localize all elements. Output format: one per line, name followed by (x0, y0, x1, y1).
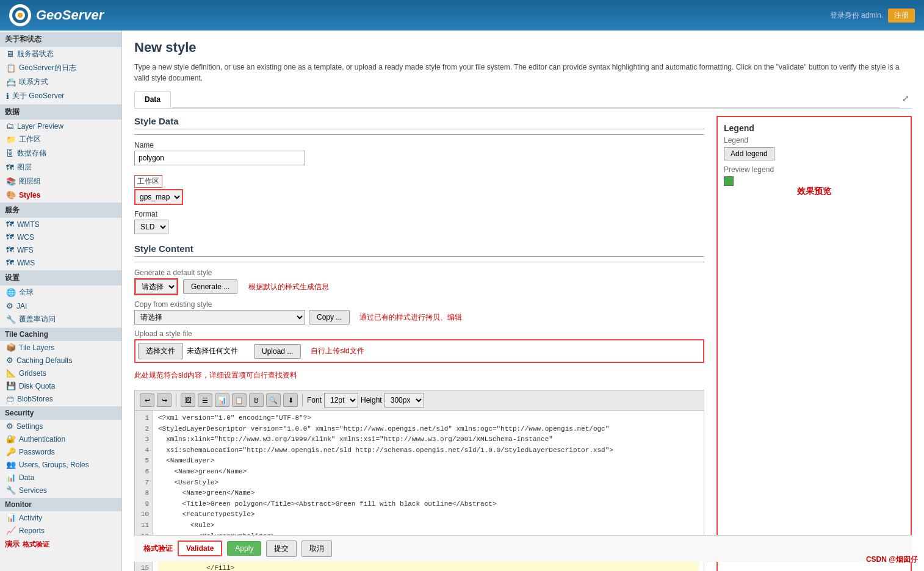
submit-button[interactable]: 提交 (266, 540, 297, 557)
activity-icon: 📊 (6, 513, 16, 522)
no-file-text: 未选择任何文件 (187, 346, 238, 356)
tab-bar: Data ⤢ (134, 91, 912, 109)
sidebar-item-data-security[interactable]: 📊 Data (0, 471, 121, 484)
sidebar-label-gridsets: Gridsets (19, 369, 46, 378)
sidebar-item-layer-preview[interactable]: 🗂 Layer Preview (0, 120, 121, 132)
choose-file-button[interactable]: 选择文件 (138, 343, 183, 359)
sidebar-item-contact[interactable]: 📇 联系方式 (0, 75, 121, 89)
generate-row: 请选择 Generate ... 根据默认的样式生成信息 (134, 278, 704, 295)
sidebar-item-security-settings[interactable]: ⚙ Settings (0, 420, 121, 433)
sidebar-item-passwords[interactable]: 🔑 Passwords (0, 445, 121, 458)
sidebar-label-contact: 联系方式 (19, 77, 48, 87)
tab-data[interactable]: Data (134, 91, 171, 108)
sidebar-item-wcs[interactable]: 🗺 WCS (0, 231, 121, 243)
header: GeoServer 登录身份 admin. 注册 (0, 0, 924, 31)
sidebar-section-data: 数据 (0, 104, 121, 120)
style-data-section-title: Style Data (134, 116, 704, 129)
sidebar-label-logs: GeoServer的日志 (19, 63, 76, 73)
sidebar-item-wms[interactable]: 🗺 WMS (0, 256, 121, 269)
workspace-select[interactable]: gps_map (134, 189, 183, 205)
sidebar-item-users-groups[interactable]: 👥 Users, Groups, Roles (0, 458, 121, 471)
sidebar-item-gridsets[interactable]: 📐 Gridsets (0, 367, 121, 379)
sidebar-item-wfs[interactable]: 🗺 WFS (0, 243, 121, 256)
style-content-title: Style Content (134, 243, 704, 257)
format-row: SLD (134, 220, 704, 234)
sidebar-item-server-status[interactable]: 🖥 服务器状态 (0, 47, 121, 61)
bold-button[interactable]: B (249, 393, 264, 407)
height-label: Height (361, 396, 382, 404)
name-input[interactable] (134, 151, 305, 165)
validate-button[interactable]: Validate (178, 541, 222, 557)
sidebar-item-layers[interactable]: 🗺 图层 (0, 160, 121, 174)
upload-button[interactable]: Upload ... (254, 344, 301, 359)
datastore-icon: 🗄 (6, 149, 14, 158)
users-icon: 👥 (6, 460, 16, 469)
format-validate-label: 格式验证 (23, 540, 49, 549)
sidebar-item-wmts[interactable]: 🗺 WMTS (0, 218, 121, 231)
validate-label: 格式验证 (143, 544, 173, 554)
format-label: Format (134, 210, 704, 218)
sidebar-item-caching-defaults[interactable]: ⚙ Caching Defaults (0, 354, 121, 367)
workspace-icon: 📁 (6, 135, 16, 144)
sidebar-label-layergroups: 图层组 (19, 176, 41, 187)
copy-select[interactable]: 请选择 (134, 310, 305, 325)
sidebar-item-workspace[interactable]: 📁 工作区 (0, 132, 121, 146)
layout: 关于和状态 🖥 服务器状态 📋 GeoServer的日志 📇 联系方式 ℹ 关于… (0, 31, 924, 571)
upload-annotation: 自行上传sld文件 (311, 346, 364, 356)
sidebar-item-jai[interactable]: ⚙ JAI (0, 300, 121, 312)
editor-toolbar: ↩ ↪ 🖼 ☰ 📊 📋 B 🔍 ⬇ Font 12pt10pt14pt (134, 390, 704, 410)
search-button[interactable]: 🔍 (266, 393, 281, 407)
copy-button[interactable]: Copy ... (309, 310, 350, 325)
expand-icon[interactable]: ⤢ (900, 91, 912, 108)
demo-section: 演示 格式验证 (0, 537, 121, 552)
redo-button[interactable]: ↪ (157, 393, 171, 407)
coverage-icon: 🔧 (6, 315, 16, 324)
sidebar-label-server: 服务器状态 (17, 49, 54, 59)
cancel-button[interactable]: 取消 (301, 540, 332, 557)
format-select[interactable]: SLD (134, 220, 168, 234)
generate-button[interactable]: Generate ... (183, 279, 237, 294)
sidebar-label-about: 关于 GeoServer (12, 91, 64, 101)
contact-icon: 📇 (6, 77, 16, 87)
copy-toolbar-button[interactable]: 📋 (232, 393, 247, 407)
sidebar-item-authentication[interactable]: 🔐 Authentication (0, 433, 121, 445)
authentication-icon: 🔐 (6, 434, 16, 444)
image-button[interactable]: 🖼 (181, 393, 195, 407)
blobstores-icon: 🗃 (6, 394, 14, 403)
sidebar-item-disk-quota[interactable]: 💾 Disk Quota (0, 379, 121, 392)
list-button[interactable]: ☰ (198, 393, 212, 407)
legend-label: Legend (724, 136, 904, 145)
table-button[interactable]: 📊 (215, 393, 229, 407)
generate-select[interactable]: 请选择 (135, 279, 177, 294)
sidebar-item-reports[interactable]: 📈 Reports (0, 524, 121, 537)
sidebar-item-activity[interactable]: 📊 Activity (0, 511, 121, 524)
download-button[interactable]: ⬇ (283, 393, 298, 407)
apply-button[interactable]: Apply (227, 542, 261, 556)
sidebar-item-global[interactable]: 🌐 全球 (0, 286, 121, 300)
sidebar-item-services-security[interactable]: 🔧 Services (0, 484, 121, 497)
register-button[interactable]: 注册 (888, 9, 915, 23)
upload-row-inner: 选择文件 未选择任何文件 Upload ... 自行上传sld文件 (134, 339, 704, 363)
height-select[interactable]: 300px400px500px (384, 393, 424, 408)
sidebar-item-about[interactable]: ℹ 关于 GeoServer (0, 89, 121, 103)
sidebar-item-styles[interactable]: 🎨 Styles (0, 189, 121, 201)
font-size-select[interactable]: 12pt10pt14pt (324, 393, 358, 408)
sidebar-item-coverage[interactable]: 🔧 覆盖率访问 (0, 312, 121, 326)
server-icon: 🖥 (6, 49, 14, 59)
page-desc: Type a new style definition, or use an e… (134, 62, 912, 84)
sidebar-item-blobstores[interactable]: 🗃 BlobStores (0, 392, 121, 405)
sidebar-label-users-groups: Users, Groups, Roles (19, 461, 89, 469)
undo-button[interactable]: ↩ (140, 393, 154, 407)
sidebar-section-monitor: Monitor (0, 498, 121, 511)
disk-quota-icon: 💾 (6, 381, 16, 390)
preview-legend-label: Preview legend (724, 165, 904, 174)
generate-annotation: 根据默认的样式生成信息 (248, 282, 329, 292)
sidebar-item-tile-layers[interactable]: 📦 Tile Layers (0, 341, 121, 354)
sidebar-item-layergroups[interactable]: 📚 图层组 (0, 174, 121, 189)
copy-field-group: Copy from existing style 请选择 Copy ... 通过… (134, 300, 704, 325)
sidebar-item-logs[interactable]: 📋 GeoServer的日志 (0, 61, 121, 75)
layergroups-icon: 📚 (6, 177, 16, 186)
copy-from-row: 请选择 Copy ... 通过已有的样式进行拷贝、编辑 (134, 310, 704, 325)
add-legend-button[interactable]: Add legend (724, 147, 774, 160)
sidebar-item-datastores[interactable]: 🗄 数据存储 (0, 146, 121, 160)
